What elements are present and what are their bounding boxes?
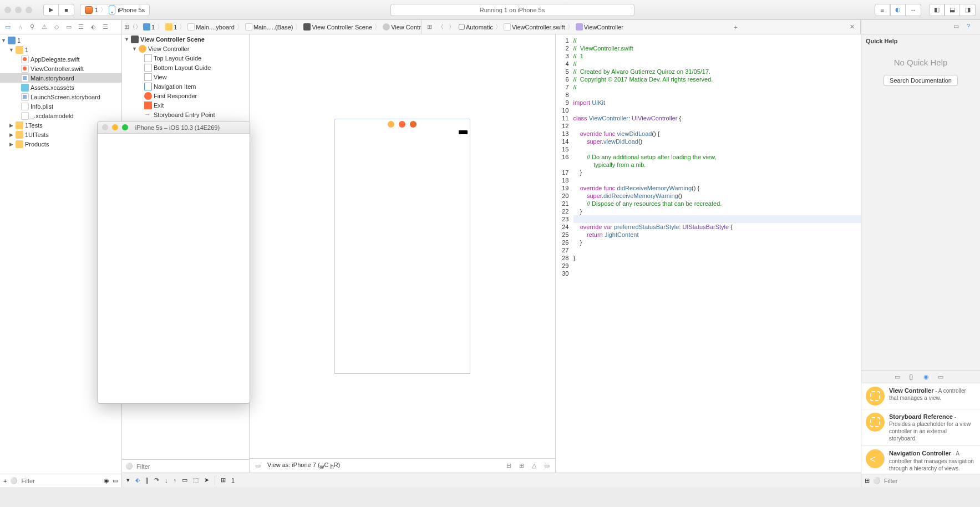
breakpoint-navigator-tab[interactable]: ⬖ <box>88 22 99 32</box>
back-icon[interactable]: 〈 <box>129 22 135 32</box>
pin-icon[interactable]: ⊞ <box>518 462 525 469</box>
tree-row-project[interactable]: ▼ 1 <box>0 36 121 45</box>
add-icon[interactable]: + <box>3 478 7 484</box>
continue-icon[interactable]: ‖ <box>145 476 149 484</box>
process-icon[interactable]: ⊞ <box>221 476 226 484</box>
grid-icon[interactable]: ⊞ <box>865 477 870 484</box>
find-navigator-tab[interactable]: ⚠ <box>39 22 50 32</box>
first-responder-icon[interactable] <box>399 121 405 128</box>
tree-row-file[interactable]: AppDelegate.swift <box>0 54 121 64</box>
embed-icon[interactable]: ▭ <box>543 462 551 469</box>
crumb-file[interactable]: ViewController.swift <box>502 23 567 31</box>
simulate-location-icon[interactable]: ➤ <box>204 476 209 484</box>
stop-button[interactable]: ■ <box>59 4 74 16</box>
resolve-icon[interactable]: △ <box>531 462 537 469</box>
code-snippet-tab[interactable]: {} <box>909 373 918 381</box>
outline-first-responder-row[interactable]: ▶ First Responder <box>122 91 249 100</box>
related-items-icon[interactable]: ⊞ <box>124 22 129 32</box>
align-icon[interactable]: ⊟ <box>505 462 512 469</box>
recent-filter-icon[interactable]: ◉ <box>104 477 109 484</box>
source-control-navigator-tab[interactable]: ⑃ <box>14 22 26 32</box>
vc-icon[interactable] <box>388 121 394 128</box>
debug-navigator-tab[interactable]: ☰ <box>75 22 87 32</box>
view-as-label[interactable]: View as: iPhone 7 (wC hR) <box>267 462 340 470</box>
outline-exit-row[interactable]: ▶ Exit <box>122 100 249 110</box>
crumb-mode[interactable]: Automatic <box>457 24 495 31</box>
inspector-tabs: ▭ ? <box>861 20 980 34</box>
tree-label: 1Tests <box>25 122 43 129</box>
library-item[interactable]: Storyboard Reference - Provides a placeh… <box>861 409 980 446</box>
device-frame[interactable] <box>334 119 470 374</box>
interface-builder-canvas[interactable]: → ▭ View as: iPhone 7 (wC hR) ⊟ <box>250 34 556 473</box>
crumb[interactable]: View Controller Scene <box>302 23 374 31</box>
scm-filter-icon[interactable]: ▭ <box>113 477 118 484</box>
step-over-icon[interactable]: ↷ <box>154 476 159 484</box>
outline-toggle-icon[interactable]: ▭ <box>254 462 262 469</box>
version-editor-button[interactable]: ↔ <box>906 4 921 16</box>
code-body[interactable]: //// ViewController.swift// 1//// Create… <box>571 34 861 473</box>
hide-debug-icon[interactable]: ▾ <box>126 476 130 484</box>
forward-icon[interactable]: 〉 <box>446 22 457 32</box>
tree-row-file[interactable]: _.xcdatamodeld <box>0 111 121 120</box>
close-assistant-icon[interactable]: ✕ <box>846 23 858 31</box>
step-in-icon[interactable]: ↓ <box>165 477 168 484</box>
minimize-window-icon[interactable] <box>15 7 22 13</box>
run-button[interactable]: ▶ <box>43 4 59 16</box>
toggle-inspector-button[interactable]: ◨ <box>960 4 976 16</box>
assistant-editor-button[interactable]: ◐ <box>890 4 906 16</box>
outline-item-row[interactable]: Top Layout Guide <box>122 53 249 63</box>
memory-icon[interactable]: ⬚ <box>193 476 199 484</box>
test-navigator-tab[interactable]: ▭ <box>63 22 74 32</box>
exit-icon[interactable] <box>410 121 417 128</box>
symbol-navigator-tab[interactable]: ⚲ <box>27 22 38 32</box>
forward-icon[interactable]: 〉 <box>135 22 141 32</box>
crumb[interactable]: 1 <box>141 23 156 31</box>
toggle-debug-button[interactable]: ⬓ <box>945 4 960 16</box>
related-items-icon[interactable]: ⊞ <box>424 22 435 32</box>
sim-close-icon[interactable] <box>102 124 108 130</box>
navigator-filter-input[interactable] <box>21 478 100 484</box>
crumb[interactable]: Main.....(Base) <box>243 23 295 31</box>
file-template-tab[interactable]: ▭ <box>895 373 903 381</box>
crumb-symbol[interactable]: ViewController <box>574 23 625 31</box>
tree-row-file[interactable]: Assets.xcassets <box>0 83 121 92</box>
file-inspector-tab[interactable]: ▭ <box>953 23 963 32</box>
code-editor[interactable]: 1234567891011121314151617181920212223242… <box>556 34 861 473</box>
crumb[interactable]: 1 <box>164 23 179 31</box>
crumb[interactable]: View Controller <box>381 23 422 31</box>
outline-entry-row[interactable]: ▶→ Storyboard Entry Point <box>122 110 249 119</box>
tree-row-file[interactable]: Main.storyboard <box>0 73 121 83</box>
outline-scene-row[interactable]: ▼ View Controller Scene <box>122 34 249 44</box>
quick-help-tab[interactable]: ? <box>967 23 977 32</box>
tree-row-file[interactable]: Info.plist <box>0 102 121 111</box>
step-out-icon[interactable]: ↑ <box>174 477 177 484</box>
library-item[interactable]: View Controller - A controller that mana… <box>861 383 980 409</box>
tree-row-group[interactable]: ▼ 1 <box>0 45 121 54</box>
toggle-navigator-button[interactable]: ◧ <box>929 4 945 16</box>
object-library-tab[interactable]: ◉ <box>923 373 932 381</box>
standard-editor-button[interactable]: ≡ <box>875 4 890 16</box>
project-navigator-tab[interactable]: ▭ <box>2 22 13 32</box>
back-icon[interactable]: 〈 <box>435 22 446 32</box>
outline-filter-input[interactable] <box>136 463 246 470</box>
tree-row-file[interactable]: ViewController.swift <box>0 64 121 73</box>
breakpoints-icon[interactable]: ⬖ <box>135 476 140 484</box>
library-item[interactable]: <Navigation Controller - A controller th… <box>861 446 980 474</box>
debug-view-icon[interactable]: ▭ <box>182 476 187 484</box>
add-assistant-icon[interactable]: + <box>730 24 740 31</box>
media-library-tab[interactable]: ▭ <box>938 373 947 381</box>
tree-row-file[interactable]: LaunchScreen.storyboard <box>0 92 121 102</box>
close-window-icon[interactable] <box>4 7 11 13</box>
outline-item-row[interactable]: Navigation Item <box>122 82 249 91</box>
issue-navigator-tab[interactable]: ◇ <box>51 22 62 32</box>
library-filter-input[interactable] <box>884 478 977 484</box>
outline-item-row[interactable]: Bottom Layout Guide <box>122 63 249 72</box>
outline-item-row[interactable]: View <box>122 72 249 82</box>
report-navigator-tab[interactable]: ☰ <box>100 22 111 32</box>
simulator-window[interactable]: iPhone 5s – iOS 10.3 (14E269) <box>97 121 250 404</box>
zoom-window-icon[interactable] <box>26 7 32 13</box>
crumb[interactable]: Main....yboard <box>186 23 236 31</box>
outline-vc-row[interactable]: ▼ View Controller <box>122 44 249 53</box>
scheme-selector[interactable]: 1 〉 iPhone 5s <box>80 4 150 16</box>
search-documentation-button[interactable]: Search Documentation <box>883 75 958 86</box>
